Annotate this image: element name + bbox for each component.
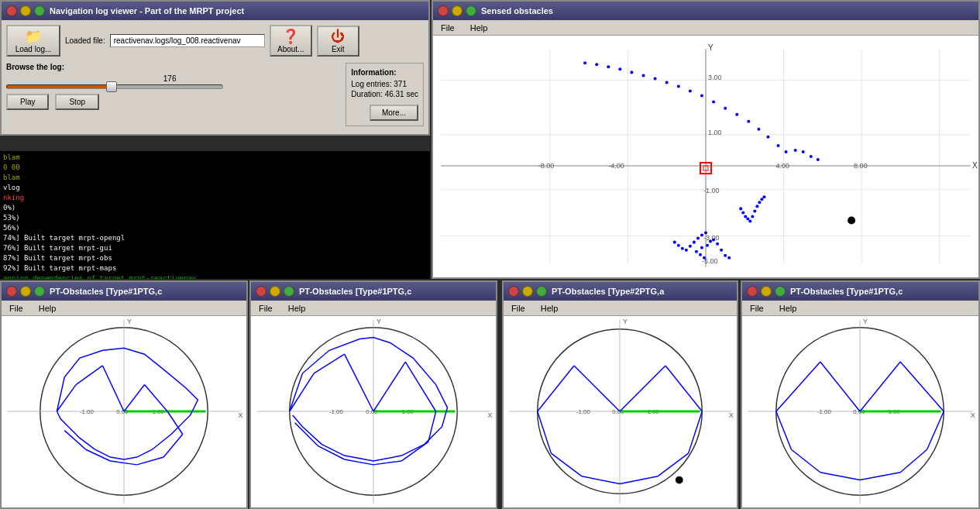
svg-point-65 bbox=[724, 254, 727, 257]
sensed-close-btn[interactable] bbox=[438, 5, 449, 16]
pt3-max[interactable] bbox=[536, 286, 547, 297]
nav-log-window: Navigation log viewer - Part of the MRPT… bbox=[0, 0, 430, 136]
pt2-close[interactable] bbox=[256, 286, 266, 297]
svg-text:-1.00: -1.00 bbox=[329, 408, 344, 415]
sensed-menu-file[interactable]: File bbox=[438, 22, 458, 33]
svg-point-60 bbox=[706, 244, 709, 247]
svg-point-24 bbox=[583, 61, 586, 64]
sensed-min-btn[interactable] bbox=[452, 5, 462, 16]
close-btn[interactable] bbox=[6, 5, 17, 16]
svg-text:Y: Y bbox=[127, 318, 132, 325]
svg-point-43 bbox=[794, 149, 797, 152]
svg-point-54 bbox=[700, 234, 703, 237]
pt-obstacles-window-2: PT-Obstacles [Type#1PTG,c File Help X Y … bbox=[249, 280, 497, 509]
pt1-close[interactable] bbox=[6, 286, 17, 297]
about-button[interactable]: ❓ About... bbox=[270, 25, 312, 57]
pt2-menu-help[interactable]: Help bbox=[285, 303, 309, 314]
maximize-btn[interactable] bbox=[34, 5, 45, 16]
pt2-menu-file[interactable]: File bbox=[256, 303, 276, 314]
svg-point-73 bbox=[753, 209, 756, 212]
pt3-menu-file[interactable]: File bbox=[508, 303, 528, 314]
terminal-area: blam0 00blamvlognking0%)53%)56%)74%] Bui… bbox=[0, 151, 430, 279]
pt1-max[interactable] bbox=[34, 286, 45, 297]
more-button[interactable]: More... bbox=[370, 105, 418, 121]
svg-point-53 bbox=[696, 237, 700, 240]
svg-text:8.00: 8.00 bbox=[854, 162, 868, 170]
svg-point-70 bbox=[746, 217, 749, 220]
browse-section: Browse the log: 176 Play Stop Informatio… bbox=[6, 63, 424, 126]
svg-point-55 bbox=[704, 232, 707, 235]
pt4-menu-help[interactable]: Help bbox=[776, 303, 800, 314]
pt4-min[interactable] bbox=[761, 286, 772, 297]
svg-point-143 bbox=[676, 476, 683, 484]
pt4-menu-bar: File Help bbox=[742, 301, 978, 316]
about-icon: ❓ bbox=[282, 28, 299, 45]
pt4-title: PT-Obstacles [Type#1PTG,c bbox=[790, 287, 974, 296]
sensed-max-btn[interactable] bbox=[466, 5, 476, 16]
nav-log-title-bar: Navigation log viewer - Part of the MRPT… bbox=[2, 2, 428, 20]
svg-point-74 bbox=[755, 205, 758, 208]
play-button[interactable]: Play bbox=[6, 94, 49, 110]
pt4-max[interactable] bbox=[775, 286, 786, 297]
pt3-min[interactable] bbox=[522, 286, 533, 297]
svg-text:-4.00: -4.00 bbox=[608, 162, 624, 170]
load-log-button[interactable]: 📁 Load log... bbox=[6, 25, 60, 57]
slider-container bbox=[6, 84, 333, 89]
info-label: Information: bbox=[351, 68, 418, 77]
svg-point-61 bbox=[709, 240, 712, 243]
pt4-controls bbox=[747, 286, 786, 297]
svg-text:Y: Y bbox=[623, 318, 628, 325]
slider-thumb[interactable] bbox=[106, 81, 117, 92]
svg-point-45 bbox=[810, 155, 813, 158]
svg-point-38 bbox=[747, 120, 750, 123]
svg-point-56 bbox=[695, 250, 698, 253]
svg-point-72 bbox=[751, 215, 754, 218]
pt3-controls bbox=[508, 286, 547, 297]
pt4-close[interactable] bbox=[747, 286, 758, 297]
svg-text:-1.00: -1.00 bbox=[817, 408, 832, 415]
pt1-plot-area: X Y -1.00 0.00 1.00 bbox=[2, 316, 246, 507]
exit-button[interactable]: ⏻ Exit bbox=[317, 26, 359, 57]
svg-point-35 bbox=[712, 101, 715, 104]
pt-obstacles-window-4: PT-Obstacles [Type#1PTG,c File Help X Y … bbox=[741, 280, 980, 509]
pt4-menu-file[interactable]: File bbox=[747, 303, 767, 314]
pt2-max[interactable] bbox=[284, 286, 294, 297]
sensed-menu-help[interactable]: Help bbox=[467, 22, 491, 33]
svg-point-28 bbox=[630, 71, 633, 74]
pt2-controls bbox=[256, 286, 294, 297]
minimize-btn[interactable] bbox=[20, 5, 31, 16]
pt3-menu-help[interactable]: Help bbox=[538, 303, 562, 314]
log-entries-row: Log entries: 371 bbox=[351, 80, 418, 88]
pt3-svg: X Y -1.00 0.00 1.00 bbox=[504, 316, 737, 507]
svg-text:Y: Y bbox=[863, 318, 868, 325]
pt2-title: PT-Obstacles [Type#1PTG,c bbox=[299, 287, 491, 296]
stop-button[interactable]: Stop bbox=[55, 94, 99, 110]
svg-point-27 bbox=[618, 67, 621, 71]
pt1-min[interactable] bbox=[20, 286, 31, 297]
svg-point-37 bbox=[735, 113, 738, 116]
svg-text:4.00: 4.00 bbox=[776, 162, 790, 170]
file-path-input[interactable] bbox=[110, 34, 265, 47]
svg-point-77 bbox=[762, 195, 765, 198]
svg-point-51 bbox=[689, 245, 692, 248]
pt2-min[interactable] bbox=[270, 286, 280, 297]
pt4-plot-area: X Y -1.00 0.00 1.00 bbox=[742, 316, 978, 507]
svg-point-62 bbox=[712, 239, 715, 242]
svg-point-26 bbox=[607, 65, 610, 68]
pt3-title: PT-Obstacles [Type#2PTG,a bbox=[552, 287, 732, 296]
pt1-title: PT-Obstacles [Type#1PTG,c bbox=[50, 287, 242, 296]
sensed-menu-bar: File Help bbox=[433, 20, 978, 36]
svg-point-25 bbox=[595, 63, 598, 66]
svg-text:X: X bbox=[972, 161, 978, 170]
pt1-menu-file[interactable]: File bbox=[6, 303, 26, 314]
svg-point-33 bbox=[689, 90, 692, 93]
pt1-menu-help[interactable]: Help bbox=[36, 303, 60, 314]
sensed-obstacles-window: Sensed obstacles File Help bbox=[432, 0, 980, 279]
svg-text:3.00: 3.00 bbox=[708, 74, 722, 81]
svg-point-64 bbox=[720, 249, 723, 252]
play-stop-row: Play Stop bbox=[6, 94, 333, 110]
nav-log-content: 📁 Load log... Loaded file: ❓ About... ⏻ … bbox=[2, 20, 428, 134]
pt1-svg: X Y -1.00 0.00 1.00 bbox=[2, 316, 246, 507]
pt3-close[interactable] bbox=[508, 286, 519, 297]
svg-text:X: X bbox=[239, 411, 243, 419]
